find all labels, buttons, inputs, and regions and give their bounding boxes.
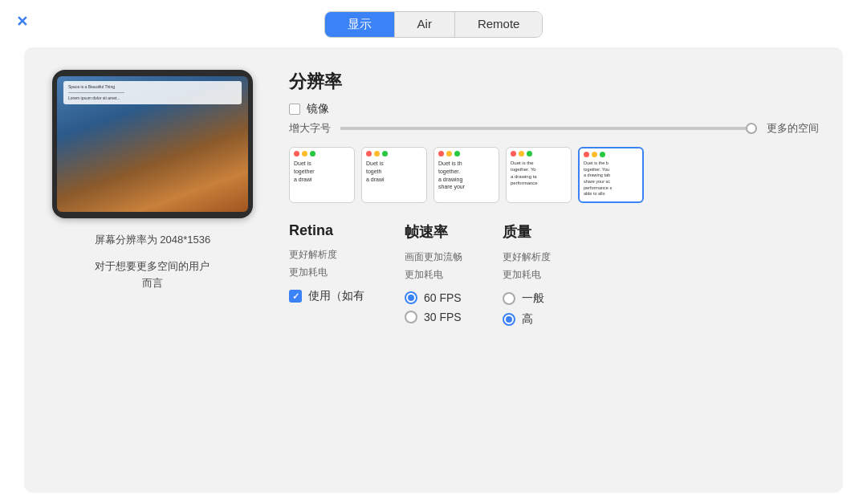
tab-air[interactable]: Air [395, 12, 455, 37]
thumb-5-dots [580, 148, 642, 159]
mirror-checkbox[interactable] [289, 104, 300, 115]
retina-desc2: 更加耗电 [289, 265, 364, 279]
resolution-text: 屏幕分辨率为 2048*1536 [95, 233, 211, 247]
note-line2: 而言 [142, 277, 163, 289]
mirror-label: 镜像 [307, 102, 329, 116]
thumb-2-dots [362, 148, 426, 158]
quality-col: 质量 更好解析度 更加耗电 一般 高 [503, 222, 551, 330]
fps-desc1: 画面更加流畅 [405, 250, 462, 264]
dot-red [511, 151, 516, 156]
thumb-4-dots [507, 148, 571, 158]
slider-left-label: 增大字号 [289, 121, 331, 136]
retina-title: Retina [289, 222, 364, 239]
fps-col: 帧速率 画面更加流畅 更加耗电 60 FPS 30 FPS [405, 222, 462, 330]
dot-yellow [446, 151, 452, 156]
tab-bar: 显示 Air Remote [0, 0, 867, 38]
fps-title: 帧速率 [405, 222, 462, 242]
thumb-4[interactable]: Duet is thetogether. Yoa drawing taperfo… [506, 147, 572, 203]
thumb-2[interactable]: Duet istogetha drawi [361, 147, 427, 203]
slider-row: 增大字号 更多的空间 [289, 121, 819, 136]
thumb-2-content: Duet istogetha drawi [362, 158, 426, 202]
dot-green [527, 151, 532, 156]
fps-desc2: 更加耗电 [405, 267, 462, 282]
left-panel-text: 屏幕分辨率为 2048*1536 对于想要更多空间的用户 而言 [95, 233, 211, 292]
tab-display[interactable]: 显示 [325, 12, 395, 37]
quality-high-radio[interactable] [503, 313, 515, 326]
dot-red [366, 151, 372, 156]
fps-60-radio[interactable] [405, 291, 417, 304]
dot-yellow [592, 152, 597, 157]
dot-red [294, 151, 299, 156]
ipad-screen-text: Space is a Beautiful Thing——————————————… [68, 84, 237, 101]
dot-red [438, 151, 444, 156]
dot-yellow [302, 151, 307, 156]
thumb-3-content: Duet is thtogether.a drawingshare your [434, 158, 499, 202]
quality-normal-label: 一般 [522, 291, 544, 306]
dot-red [584, 152, 589, 157]
dot-yellow [374, 151, 380, 156]
fps-60-radio-inner [408, 295, 414, 301]
ipad-screen: Space is a Beautiful Thing——————————————… [57, 76, 248, 212]
quality-title: 质量 [503, 222, 551, 242]
thumb-1-dots [290, 148, 354, 158]
fps-30-radio[interactable] [405, 311, 417, 323]
slider-track[interactable] [340, 127, 757, 130]
retina-desc1: 更好解析度 [289, 247, 364, 262]
quality-normal-radio[interactable] [503, 292, 515, 305]
options-row: Retina 更好解析度 更加耗电 使用（如有 帧速率 画面更加流畅 更加耗电 … [289, 222, 819, 330]
right-panel: 分辨率 镜像 增大字号 更多的空间 Duet is [289, 70, 819, 470]
retina-checkbox-label: 使用（如有 [308, 289, 364, 303]
fps-30-row: 30 FPS [405, 311, 462, 323]
thumb-5[interactable]: Duet is the btogether. Youa drawing tabs… [578, 147, 644, 203]
close-icon: ✕ [16, 14, 28, 30]
fps-60-label: 60 FPS [424, 291, 462, 304]
thumb-1-content: Duet istogethera drawi [290, 158, 354, 202]
ipad-screen-content: Space is a Beautiful Thing——————————————… [63, 81, 242, 104]
retina-control: 使用（如有 [289, 289, 364, 303]
fps-60-row: 60 FPS [405, 291, 462, 304]
thumb-3[interactable]: Duet is thtogether.a drawingshare your [434, 147, 499, 203]
section-title: 分辨率 [289, 70, 819, 94]
dot-yellow [519, 151, 524, 156]
thumb-4-content: Duet is thetogether. Yoa drawing taperfo… [507, 158, 571, 202]
slider-right-label: 更多的空间 [767, 121, 819, 136]
retina-col: Retina 更好解析度 更加耗电 使用（如有 [289, 222, 364, 330]
quality-desc1: 更好解析度 [503, 250, 551, 264]
quality-normal-row: 一般 [503, 291, 551, 306]
content-area: Space is a Beautiful Thing——————————————… [24, 47, 843, 493]
thumb-1[interactable]: Duet istogethera drawi [289, 147, 355, 203]
thumb-3-dots [434, 148, 499, 158]
note-line1: 对于想要更多空间的用户 [95, 260, 210, 272]
quality-high-row: 高 [503, 312, 551, 327]
dot-green [310, 151, 315, 156]
close-button[interactable]: ✕ [16, 14, 28, 29]
thumbnails-row: Duet istogethera drawi Duet istogetha dr… [289, 147, 819, 203]
dot-green [600, 152, 605, 157]
quality-high-radio-inner [506, 316, 512, 323]
dot-green [454, 151, 460, 156]
tab-segment: 显示 Air Remote [324, 11, 543, 38]
thumb-5-content: Duet is the btogether. Youa drawing tabs… [580, 159, 642, 201]
retina-checkbox[interactable] [289, 290, 302, 303]
mirror-row: 镜像 [289, 102, 819, 116]
quality-high-label: 高 [522, 312, 533, 327]
ipad-frame: Space is a Beautiful Thing——————————————… [52, 70, 253, 218]
dot-green [382, 151, 388, 156]
left-panel: Space is a Beautiful Thing——————————————… [48, 70, 257, 470]
quality-desc2: 更加耗电 [503, 267, 551, 282]
tab-remote[interactable]: Remote [455, 12, 543, 37]
note-text: 对于想要更多空间的用户 而言 [95, 258, 211, 292]
fps-30-label: 30 FPS [424, 311, 462, 323]
